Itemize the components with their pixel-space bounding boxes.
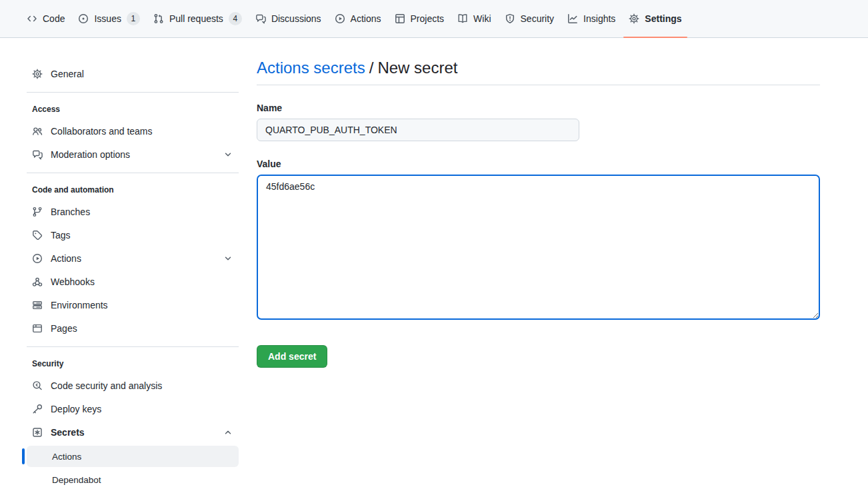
name-field-label: Name	[257, 103, 820, 113]
actions-secrets-breadcrumb-link[interactable]: Actions secrets	[257, 59, 365, 77]
sidebar-subitem-actions-secrets[interactable]: Actions	[27, 446, 239, 467]
breadcrumb-separator: /	[369, 59, 374, 77]
sidebar-item-label: Deploy keys	[51, 404, 101, 414]
sidebar-section-security: Security	[27, 354, 239, 374]
play-icon	[335, 13, 345, 24]
sidebar-section-access: Access	[27, 99, 239, 119]
tab-wiki-label: Wiki	[473, 13, 491, 24]
sidebar-subitem-label: Actions	[52, 452, 81, 462]
tab-security[interactable]: Security	[499, 0, 560, 37]
tab-security-label: Security	[521, 13, 555, 24]
sidebar-divider	[27, 173, 239, 173]
repo-nav: Code Issues 1 Pull requests 4 Discussion…	[0, 0, 868, 38]
sidebar-item-code-security[interactable]: Code security and analysis	[27, 374, 239, 397]
tab-issues[interactable]: Issues 1	[73, 0, 145, 37]
tab-actions[interactable]: Actions	[329, 0, 387, 37]
page-title-current: New secret	[377, 59, 457, 77]
add-secret-button[interactable]: Add secret	[257, 345, 327, 368]
tab-wiki[interactable]: Wiki	[452, 0, 496, 37]
sidebar-item-environments[interactable]: Environments	[27, 293, 239, 316]
value-field-label: Value	[257, 159, 820, 169]
sidebar-item-general[interactable]: General	[27, 62, 239, 85]
git-branch-icon	[32, 207, 43, 217]
sidebar-item-label: Webhooks	[51, 276, 95, 287]
sidebar-item-pages[interactable]: Pages	[27, 316, 239, 340]
browser-icon	[32, 323, 43, 334]
sidebar-item-label: Environments	[51, 300, 108, 310]
page-body: General Access Collaborators and teams M…	[0, 38, 868, 490]
table-icon	[395, 13, 405, 24]
server-icon	[32, 300, 43, 310]
tag-icon	[32, 230, 43, 241]
sidebar-item-tags[interactable]: Tags	[27, 223, 239, 247]
page-title: Actions secrets/New secret	[257, 58, 820, 78]
main-content: Actions secrets/New secret Name Value 45…	[257, 38, 820, 368]
sidebar-item-actions[interactable]: Actions	[27, 247, 239, 270]
sidebar-item-label: Secrets	[51, 427, 85, 438]
play-icon	[32, 253, 43, 264]
title-divider	[257, 85, 820, 85]
git-pull-request-icon	[153, 13, 164, 24]
sidebar-item-label: Code security and analysis	[51, 380, 162, 391]
people-icon	[32, 126, 43, 137]
tab-projects[interactable]: Projects	[389, 0, 450, 37]
sidebar-item-collaborators[interactable]: Collaborators and teams	[27, 119, 239, 143]
tab-actions-label: Actions	[351, 13, 381, 24]
sidebar-item-label: Pages	[51, 323, 77, 334]
sidebar-section-code-automation: Code and automation	[27, 180, 239, 200]
chevron-up-icon	[223, 427, 233, 438]
sidebar-item-label: Moderation options	[51, 149, 130, 160]
book-icon	[457, 13, 468, 24]
tab-pull-requests[interactable]: Pull requests 4	[148, 0, 247, 37]
tab-pull-requests-label: Pull requests	[169, 13, 223, 24]
pull-requests-count-badge: 4	[229, 12, 242, 25]
graph-icon	[567, 13, 578, 24]
secret-value-textarea[interactable]: 45fd6ae56c	[257, 175, 820, 320]
sidebar-item-label: Collaborators and teams	[51, 126, 153, 137]
tab-code-label: Code	[43, 13, 65, 24]
chevron-down-icon	[223, 149, 233, 160]
active-tab-underline	[623, 37, 687, 38]
tab-settings-label: Settings	[645, 13, 681, 24]
chevron-down-icon	[223, 253, 233, 264]
codescan-icon	[32, 380, 43, 391]
gear-icon	[32, 69, 43, 79]
sidebar-item-branches[interactable]: Branches	[27, 200, 239, 223]
sidebar-item-moderation-options[interactable]: Moderation options	[27, 143, 239, 166]
comment-discussion-icon	[32, 149, 43, 160]
webhook-icon	[32, 276, 43, 287]
issue-opened-icon	[78, 13, 89, 24]
sidebar-item-secrets[interactable]: Secrets	[27, 420, 239, 444]
tab-settings[interactable]: Settings	[623, 0, 687, 37]
tab-insights[interactable]: Insights	[562, 0, 621, 37]
sidebar-subitem-label: Dependabot	[52, 475, 101, 485]
gear-icon	[629, 13, 639, 24]
shield-icon	[505, 13, 515, 24]
sidebar-item-webhooks[interactable]: Webhooks	[27, 270, 239, 293]
selected-item-bar	[22, 448, 25, 464]
sidebar-item-label: Branches	[51, 207, 90, 217]
tab-discussions[interactable]: Discussions	[250, 0, 327, 37]
tab-issues-label: Issues	[94, 13, 121, 24]
comment-discussion-icon	[255, 13, 266, 24]
sidebar-divider	[27, 346, 239, 347]
sidebar-item-deploy-keys[interactable]: Deploy keys	[27, 397, 239, 420]
sidebar-item-label: General	[51, 69, 84, 79]
key-icon	[32, 404, 43, 414]
settings-sidebar: General Access Collaborators and teams M…	[27, 38, 239, 490]
code-icon	[27, 13, 37, 24]
issues-count-badge: 1	[127, 12, 140, 25]
secret-name-input[interactable]	[257, 119, 579, 141]
key-asterisk-icon	[32, 427, 43, 438]
tab-code[interactable]: Code	[21, 0, 70, 37]
sidebar-divider	[27, 92, 239, 93]
tab-projects-label: Projects	[411, 13, 445, 24]
sidebar-subitem-dependabot-secrets[interactable]: Dependabot	[27, 469, 239, 490]
sidebar-item-label: Actions	[51, 253, 81, 264]
sidebar-item-label: Tags	[51, 230, 71, 241]
tab-insights-label: Insights	[583, 13, 615, 24]
tab-discussions-label: Discussions	[271, 13, 321, 24]
